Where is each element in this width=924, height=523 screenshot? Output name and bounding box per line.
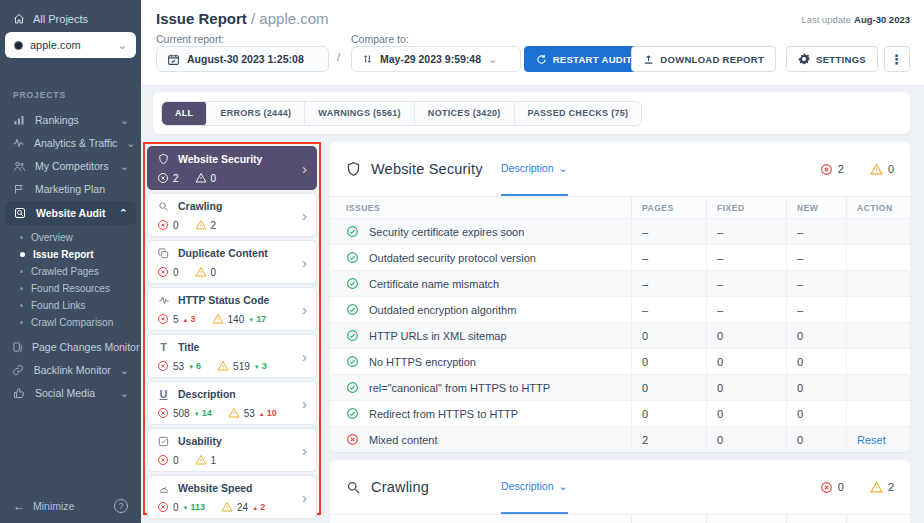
table-row[interactable]: Certificate name mismatch ––– <box>330 270 910 296</box>
delta-down: 6 <box>188 361 201 371</box>
delta-up: 2 <box>252 502 265 512</box>
sidebar-item-crawl-comparison[interactable]: Crawl Comparison <box>0 314 141 331</box>
table-row[interactable]: Outdated encryption algorithm ––– <box>330 296 910 322</box>
projects-section-label: PROJECTS <box>0 90 141 100</box>
arrow-up-icon <box>252 502 258 512</box>
calendar-icon <box>167 53 180 66</box>
last-update: Last updateAug-30 2023 <box>801 14 910 25</box>
category-title[interactable]: Title 53 6 519 3 <box>147 334 317 378</box>
error-icon <box>157 501 169 513</box>
main-content: ALL ERRORS (2444) WARNINGS (5561) NOTICE… <box>141 86 924 523</box>
sidebar-item-found-resources[interactable]: Found Resources <box>0 280 141 297</box>
compare-to-select[interactable]: May-29 2023 9:59:48 <box>351 46 521 72</box>
chevron-right-icon <box>302 254 307 271</box>
category-crawling[interactable]: Crawling 0 2 <box>147 193 317 237</box>
tab-notices[interactable]: NOTICES (3420) <box>414 102 514 125</box>
description-tab[interactable]: Description <box>501 460 568 514</box>
thumbs-up-icon <box>12 387 26 399</box>
chevron-down-icon <box>488 53 497 65</box>
bullet-icon <box>20 287 23 290</box>
category-http-status-code[interactable]: HTTP Status Code 5 3 140 17 <box>147 287 317 331</box>
sidebar-item-found-links[interactable]: Found Links <box>0 297 141 314</box>
chevron-right-icon <box>302 442 307 459</box>
sidebar-item-marketing-plan[interactable]: Marketing Plan <box>0 177 141 200</box>
table-row[interactable]: Redirect from HTTPS to HTTP 000 <box>330 400 910 426</box>
category-usability[interactable]: Usability 0 1 <box>147 428 317 472</box>
sidebar-item-rankings[interactable]: Rankings <box>0 108 141 131</box>
delta-up: 3 <box>183 314 196 324</box>
gear-icon <box>798 53 810 65</box>
current-report-select[interactable]: August-30 2023 1:25:08 <box>156 46 329 72</box>
warning-icon <box>217 360 229 372</box>
severity-filter-tabs: ALL ERRORS (2444) WARNINGS (5561) NOTICE… <box>161 101 642 126</box>
current-report-label: Current report: <box>156 33 224 45</box>
delta-down: 17 <box>248 314 266 324</box>
flag-icon <box>12 183 26 195</box>
table-row[interactable]: Mixed content 200 Reset <box>330 426 910 452</box>
check-circle-icon <box>346 381 359 394</box>
sidebar-item-social-media[interactable]: Social Media <box>0 381 141 404</box>
warning-icon <box>870 163 883 176</box>
table-row[interactable]: No HTTPS encryption 000 <box>330 348 910 374</box>
annotation-highlight-box: Website Security 2 0 Crawling <box>143 142 321 515</box>
page-header: Issue Report / apple.com Last updateAug-… <box>141 0 924 86</box>
chevron-down-icon <box>126 137 135 149</box>
refresh-icon <box>536 54 547 65</box>
arrow-up-icon <box>259 408 265 418</box>
table-row[interactable]: Outdated security protocol version ––– <box>330 244 910 270</box>
sidebar-item-analytics[interactable]: Analytics & Traffic <box>0 131 141 154</box>
tab-errors[interactable]: ERRORS (2444) <box>206 102 304 125</box>
minimize-button[interactable]: Minimize <box>33 500 74 512</box>
tab-all[interactable]: ALL <box>161 101 207 126</box>
chevron-down-icon <box>120 114 129 126</box>
sidebar-item-competitors[interactable]: My Competitors <box>0 154 141 177</box>
category-description[interactable]: Description 508 14 53 10 <box>147 381 317 425</box>
reset-action-link[interactable]: Reset <box>857 434 886 446</box>
sidebar-item-website-audit[interactable]: Website Audit <box>5 201 136 225</box>
category-duplicate-content[interactable]: Duplicate Content 0 0 <box>147 240 317 284</box>
category-website-security[interactable]: Website Security 2 0 <box>147 146 317 190</box>
category-website-speed[interactable]: Website Speed 0 113 24 2 <box>147 475 317 519</box>
tab-passed-checks[interactable]: PASSED CHECKS (75) <box>514 102 642 125</box>
table-row[interactable]: Security certificate expires soon ––– <box>330 218 910 244</box>
chevron-right-icon <box>302 348 307 365</box>
delta-up: 10 <box>259 408 277 418</box>
audit-icon <box>13 207 27 219</box>
restart-audit-button[interactable]: RESTART AUDIT <box>524 46 644 72</box>
sidebar-item-page-changes-monitor[interactable]: Page Changes Monitor <box>0 335 141 358</box>
sidebar-item-crawled-pages[interactable]: Crawled Pages <box>0 263 141 280</box>
tab-warnings[interactable]: WARNINGS (5561) <box>304 102 414 125</box>
check-circle-icon <box>346 303 359 316</box>
table-row[interactable]: rel="canonical" from HTTPS to HTTP 000 <box>330 374 910 400</box>
chevron-right-icon <box>302 160 307 177</box>
chevron-down-icon <box>120 160 129 172</box>
settings-button[interactable]: SETTINGS <box>786 46 878 72</box>
bullet-icon <box>20 270 23 273</box>
title-icon <box>157 341 170 353</box>
warning-icon <box>195 266 207 278</box>
table-header: ISSUES PAGES FIXED NEW ACTION <box>330 196 910 218</box>
table-row[interactable]: HTTP URLs in XML sitemap 000 <box>330 322 910 348</box>
crawling-section: Crawling Description 0 <box>330 460 910 523</box>
website-security-section: Website Security Description 2 <box>330 142 910 452</box>
warning-icon <box>195 219 207 231</box>
help-icon[interactable] <box>114 499 128 513</box>
error-icon <box>157 219 169 231</box>
download-report-button[interactable]: DOWNLOAD REPORT <box>631 46 776 72</box>
pages-icon <box>12 341 23 353</box>
description-tab[interactable]: Description <box>501 142 568 196</box>
sidebar-item-issue-report[interactable]: Issue Report <box>0 246 141 263</box>
sidebar-item-backlink-monitor[interactable]: Backlink Monitor <box>0 358 141 381</box>
all-projects-link[interactable]: All Projects <box>0 0 141 30</box>
error-icon <box>820 481 833 494</box>
search-icon <box>346 480 361 495</box>
sidebar-item-overview[interactable]: Overview <box>0 229 141 246</box>
project-selector[interactable]: apple.com <box>5 32 136 58</box>
chevron-down-icon <box>118 39 127 51</box>
more-options-button[interactable] <box>884 46 910 72</box>
arrow-up-icon <box>183 314 189 324</box>
check-circle-icon <box>346 277 359 290</box>
error-icon <box>157 360 169 372</box>
download-icon <box>643 54 654 65</box>
error-icon <box>820 163 833 176</box>
